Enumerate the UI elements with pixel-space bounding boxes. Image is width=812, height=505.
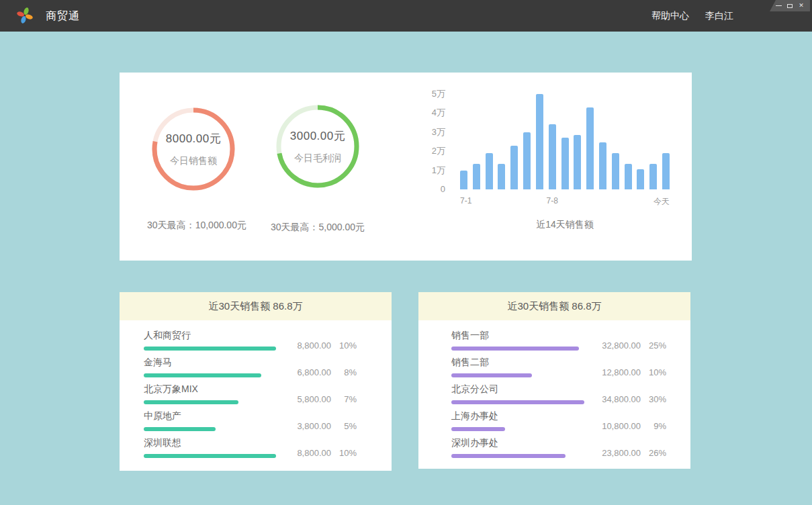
window-controls: ✕ [770, 0, 810, 11]
bar [498, 164, 505, 189]
rank-item-percent: 10% [331, 448, 357, 458]
bar-chart-x-axis: 7-17-8今天 [460, 196, 670, 207]
rank-item-name: 上海办事处 [451, 410, 586, 422]
rank-item-name: 销售一部 [451, 329, 586, 341]
bar [460, 171, 467, 189]
rank-row: 深圳联想8,800.0010% [144, 437, 357, 458]
rank-item-name: 深圳办事处 [451, 437, 586, 449]
rank-item-bar [451, 427, 505, 431]
rank-item-name: 销售二部 [451, 356, 586, 368]
rank-item-percent: 7% [331, 394, 357, 404]
rank-item-bar [144, 427, 216, 431]
rank-item-bar [144, 400, 238, 404]
rank-item-percent: 9% [641, 421, 666, 431]
titlebar: 商贸通 帮助中心 李白江 ✕ [0, 0, 812, 32]
y-tick-label: 1万 [432, 165, 445, 177]
titlebar-nav: 帮助中心 李白江 [651, 0, 733, 32]
rank-item-bar [144, 454, 276, 458]
bar [549, 124, 556, 189]
rank-item-percent: 8% [331, 367, 357, 377]
rank-row: 中原地产3,800.005% [144, 410, 357, 431]
rank-item-percent: 10% [331, 340, 357, 351]
rank-item-percent: 10% [641, 367, 666, 377]
app-logo-icon [16, 7, 34, 24]
rank-item-bar [451, 454, 566, 458]
rank-item-amount: 8,800.00 [279, 448, 331, 458]
rank-item-name: 金海马 [144, 356, 279, 368]
rank-item-amount: 23,800.00 [588, 448, 641, 458]
customer-rank-list: 人和商贸行8,800.0010%金海马6,800.008%北京万象MIX5,80… [120, 320, 392, 458]
bar [561, 138, 569, 189]
y-tick-label: 2万 [432, 145, 445, 157]
rank-item-bar [451, 347, 579, 351]
bar [649, 164, 657, 189]
rank-item-bar [451, 373, 532, 377]
customer-rank-title: 近30天销售额 86.8万 [120, 292, 392, 320]
y-tick-label: 3万 [432, 126, 445, 138]
rank-item-percent: 26% [641, 448, 666, 458]
rank-item-amount: 34,800.00 [588, 394, 641, 404]
rank-item-bar [451, 400, 584, 404]
rank-item-name: 北京万象MIX [144, 383, 279, 395]
bar [599, 142, 606, 189]
rank-item-name: 中原地产 [144, 410, 279, 422]
rank-row: 销售一部32,800.0025% [451, 329, 666, 351]
bar [486, 153, 493, 189]
rank-row: 北京分公司34,800.0030% [451, 383, 666, 404]
rank-row: 销售二部12,800.0010% [451, 356, 666, 377]
rank-item-amount: 32,800.00 [588, 340, 641, 351]
rank-item-name: 人和商贸行 [144, 329, 279, 341]
bar [586, 107, 594, 189]
rank-row: 上海办事处10,800.009% [451, 410, 666, 431]
app-title: 商贸通 [46, 0, 80, 32]
x-tick-label: 7-1 [460, 196, 471, 205]
y-tick-label: 5万 [432, 88, 445, 100]
user-menu[interactable]: 李白江 [705, 10, 733, 22]
bar-chart-y-axis: 01万2万3万4万5万 [120, 73, 445, 189]
rank-item-amount: 3,800.00 [279, 421, 331, 431]
summary-card: 8000.00元 今日销售额 30天最高：10,000.00元 3000.00元… [120, 73, 692, 261]
rank-row: 北京万象MIX5,800.007% [144, 383, 357, 404]
bar [612, 153, 619, 189]
bar [536, 94, 543, 189]
rank-row: 深圳办事处23,800.0026% [451, 437, 666, 458]
bar [473, 164, 480, 189]
bar [637, 169, 644, 189]
rank-item-amount: 6,800.00 [279, 367, 331, 377]
bar-chart-bars [460, 94, 670, 189]
x-tick-label: 7-8 [547, 196, 558, 205]
x-tick-label: 今天 [653, 196, 670, 208]
rank-item-percent: 5% [331, 421, 357, 431]
bar [574, 135, 581, 189]
y-tick-label: 0 [441, 183, 445, 195]
close-icon[interactable]: ✕ [798, 2, 805, 10]
department-rank-card: 近30天销售额 86.8万 销售一部32,800.0025%销售二部12,800… [418, 292, 690, 469]
minimize-icon[interactable] [775, 2, 782, 10]
rank-item-percent: 25% [641, 340, 666, 351]
rank-item-percent: 30% [641, 394, 666, 404]
rank-item-bar [144, 373, 261, 377]
department-rank-title: 近30天销售额 86.8万 [418, 292, 690, 320]
rank-item-amount: 5,800.00 [279, 394, 331, 404]
rank-item-amount: 12,800.00 [588, 367, 641, 377]
rank-item-name: 深圳联想 [144, 437, 279, 449]
rank-item-amount: 8,800.00 [279, 340, 331, 351]
sales-30day-max: 30天最高：10,000.00元 [126, 220, 267, 232]
profit-30day-max: 30天最高：5,000.00元 [247, 222, 388, 234]
y-tick-label: 4万 [432, 107, 445, 119]
maximize-icon[interactable] [786, 2, 793, 10]
customer-rank-card: 近30天销售额 86.8万 人和商贸行8,800.0010%金海马6,800.0… [120, 292, 392, 471]
bar [523, 132, 531, 189]
rank-row: 金海马6,800.008% [144, 356, 357, 377]
rank-item-bar [144, 347, 276, 351]
bar-chart-title: 近14天销售额 [460, 219, 670, 231]
rank-item-name: 北京分公司 [451, 383, 586, 395]
bar [662, 153, 670, 189]
bar [625, 164, 632, 189]
rank-item-amount: 10,800.00 [588, 421, 641, 431]
help-center-link[interactable]: 帮助中心 [651, 10, 689, 22]
bar [510, 146, 518, 189]
rank-row: 人和商贸行8,800.0010% [144, 329, 357, 351]
department-rank-list: 销售一部32,800.0025%销售二部12,800.0010%北京分公司34,… [418, 320, 690, 458]
